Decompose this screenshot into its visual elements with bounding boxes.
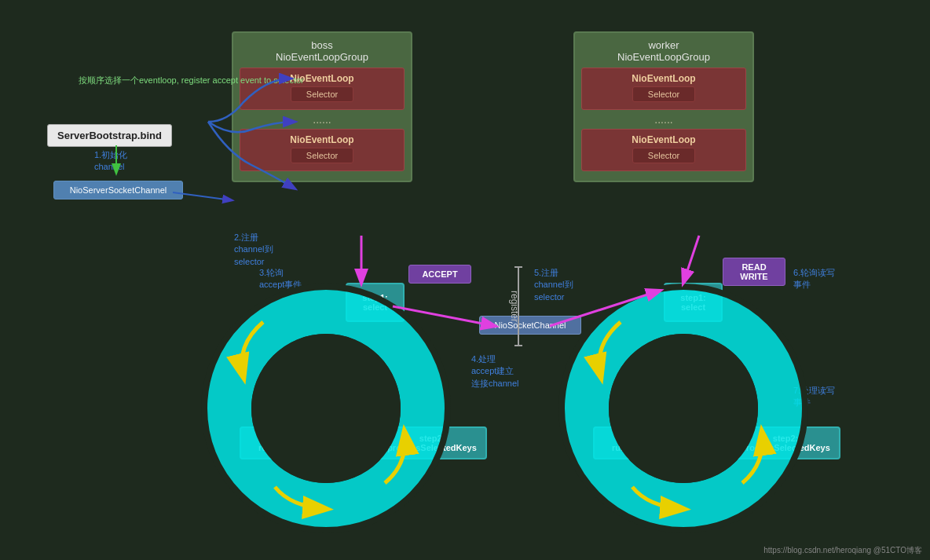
arrows-svg bbox=[0, 0, 930, 560]
svg-point-2 bbox=[251, 334, 401, 483]
diagram-container: boss NioEventLoopGroup NioEventLoop Sele… bbox=[0, 0, 930, 560]
svg-point-5 bbox=[609, 334, 758, 483]
